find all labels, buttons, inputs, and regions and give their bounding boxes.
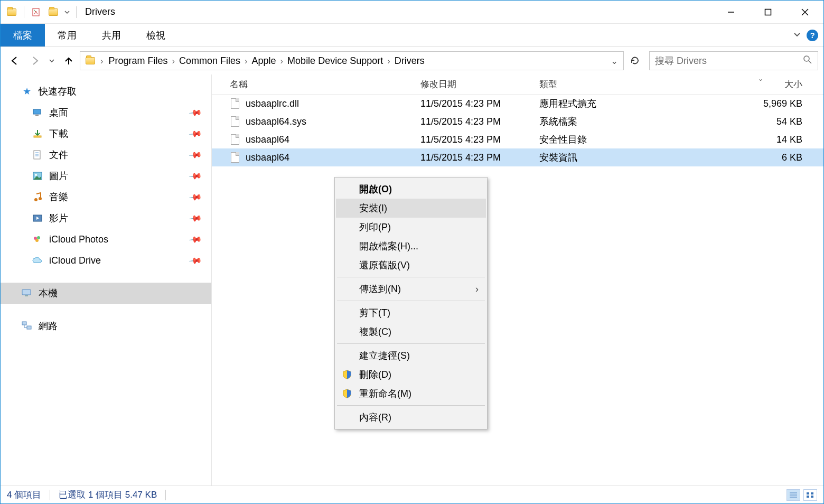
sidebar-quick-access[interactable]: ★ 快速存取 [1, 81, 211, 102]
context-menu-label: 建立捷徑(S) [359, 349, 410, 362]
ribbon-tab-0[interactable]: 常用 [45, 24, 89, 46]
sidebar-item[interactable]: 影片📌 [1, 208, 211, 229]
ribbon-tab-2[interactable]: 檢視 [134, 24, 178, 46]
ribbon-collapse-icon[interactable] [793, 30, 801, 41]
sidebar-item[interactable]: 下載📌 [1, 123, 211, 144]
context-menu[interactable]: 開啟(O)安裝(I)列印(P)開啟檔案(H)...還原舊版(V)傳送到(N)›剪… [334, 177, 488, 430]
file-row[interactable]: usbaapl6411/5/2015 4:23 PM安裝資訊6 KB [212, 148, 823, 166]
context-menu-label: 開啟檔案(H)... [359, 240, 418, 253]
context-menu-item[interactable]: 內容(R) [336, 408, 486, 427]
col-size[interactable]: ⌄ 大小 [698, 78, 823, 90]
nav-recent-dropdown[interactable] [46, 52, 58, 70]
context-menu-label: 列印(P) [359, 221, 391, 234]
context-menu-label: 安裝(I) [359, 202, 387, 214]
file-date: 11/5/2015 4:23 PM [420, 116, 539, 127]
sidebar-network[interactable]: 網路 [1, 315, 211, 337]
chevron-right-icon[interactable]: › [171, 56, 176, 66]
context-menu-item[interactable]: 建立捷徑(S) [336, 346, 486, 365]
refresh-button[interactable] [626, 52, 644, 70]
svg-rect-32 [811, 496, 813, 498]
file-type: 系統檔案 [539, 115, 698, 128]
svg-rect-7 [33, 109, 41, 114]
file-row[interactable]: usbaaplrc.dll11/5/2015 4:23 PM應用程式擴充5,96… [212, 95, 823, 113]
svg-point-17 [39, 197, 42, 200]
breadcrumb-segment[interactable]: Mobile Device Support [284, 55, 386, 67]
maximize-button[interactable] [750, 1, 786, 24]
address-root-icon[interactable] [82, 52, 98, 70]
svg-rect-31 [807, 496, 809, 498]
svg-rect-24 [22, 322, 26, 325]
svg-rect-22 [22, 290, 31, 295]
chevron-right-icon[interactable]: › [244, 56, 249, 66]
qat-dropdown-icon[interactable] [62, 4, 72, 20]
minimize-button[interactable] [713, 1, 750, 24]
col-name[interactable]: 名稱 [212, 78, 420, 90]
file-name: usbaapl64.sys [246, 116, 306, 127]
sidebar-item[interactable]: 音樂📌 [1, 186, 211, 208]
ribbon-file-tab[interactable]: 檔案 [1, 24, 45, 46]
context-menu-item[interactable]: 傳送到(N)› [336, 279, 486, 298]
tb-sep [24, 6, 24, 18]
address-dropdown-icon[interactable]: ⌄ [607, 56, 621, 66]
nav-back-button[interactable] [6, 52, 24, 70]
svg-rect-0 [33, 8, 39, 16]
search-placeholder: 搜尋 Drivers [655, 54, 803, 67]
help-icon[interactable]: ? [807, 30, 818, 41]
context-menu-item[interactable]: 開啟檔案(H)... [336, 237, 486, 256]
icloudp-icon [32, 234, 43, 245]
breadcrumb-segment[interactable]: Program Files [106, 55, 171, 67]
context-menu-item[interactable]: 重新命名(M) [336, 384, 486, 403]
column-headers[interactable]: 名稱 修改日期 類型 ⌄ 大小 [212, 74, 823, 95]
breadcrumb-segment[interactable]: Drivers [391, 55, 428, 67]
svg-point-21 [35, 239, 39, 242]
sidebar-item[interactable]: iCloud Drive📌 [1, 250, 211, 271]
context-menu-separator [337, 405, 485, 406]
sidebar-this-pc[interactable]: 本機 [1, 283, 211, 304]
sidebar-item[interactable]: 圖片📌 [1, 165, 211, 186]
col-type[interactable]: 類型 [539, 78, 698, 90]
file-name: usbaapl64 [246, 134, 289, 145]
sidebar-item[interactable]: 桌面📌 [1, 102, 211, 123]
file-icon [230, 116, 240, 127]
chevron-right-icon[interactable]: › [386, 56, 391, 66]
search-box[interactable]: 搜尋 Drivers [649, 51, 818, 70]
col-date[interactable]: 修改日期 [420, 78, 539, 90]
file-size: 54 KB [698, 116, 823, 127]
nav-forward-button[interactable] [26, 52, 44, 70]
breadcrumb-segment[interactable]: Apple [249, 55, 279, 67]
network-icon [22, 321, 32, 331]
breadcrumb-segment[interactable]: Common Files [176, 55, 244, 67]
svg-point-16 [34, 198, 38, 201]
file-row[interactable]: usbaapl6411/5/2015 4:23 PM安全性目錄14 KB [212, 130, 823, 148]
sidebar-item[interactable]: iCloud Photos📌 [1, 229, 211, 250]
context-menu-separator [337, 301, 485, 301]
sidebar-item[interactable]: 文件📌 [1, 144, 211, 165]
chevron-right-icon[interactable]: › [279, 56, 285, 66]
context-menu-item[interactable]: 刪除(D) [336, 365, 486, 384]
context-menu-item[interactable]: 複製(C) [336, 322, 486, 341]
video-icon [32, 213, 43, 223]
svg-rect-30 [811, 492, 813, 494]
qat-properties-icon[interactable] [29, 4, 44, 20]
svg-rect-29 [807, 492, 809, 494]
address-bar[interactable]: › Program Files›Common Files›Apple›Mobil… [80, 51, 624, 70]
close-button[interactable] [786, 1, 823, 24]
context-menu-item[interactable]: 列印(P) [336, 218, 486, 237]
file-size: 6 KB [698, 152, 823, 163]
nav-up-button[interactable] [60, 52, 78, 70]
status-sep2 [165, 490, 166, 500]
monitor-icon [22, 288, 32, 298]
context-menu-item[interactable]: 開啟(O) [336, 180, 486, 199]
chevron-right-icon[interactable]: › [99, 56, 105, 66]
view-details-button[interactable] [786, 489, 800, 501]
context-menu-separator [337, 277, 485, 277]
pin-icon: 📌 [188, 126, 203, 141]
ribbon-tab-1[interactable]: 共用 [89, 24, 134, 46]
context-menu-item[interactable]: 還原舊版(V) [336, 256, 486, 275]
file-row[interactable]: usbaapl64.sys11/5/2015 4:23 PM系統檔案54 KB [212, 113, 823, 130]
view-large-button[interactable] [803, 489, 817, 501]
context-menu-item[interactable]: 安裝(I) [336, 199, 486, 218]
context-menu-item[interactable]: 剪下(T) [336, 303, 486, 322]
sidebar-this-pc-label: 本機 [39, 287, 58, 300]
qat-newfolder-icon[interactable] [45, 4, 61, 20]
